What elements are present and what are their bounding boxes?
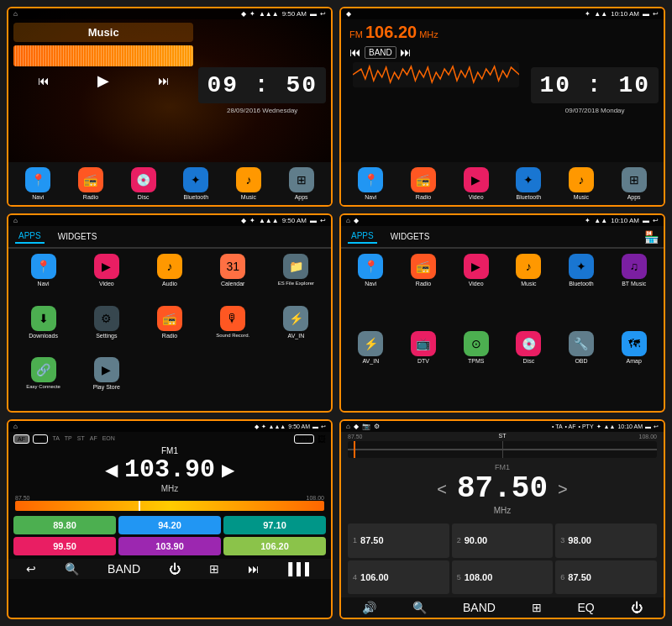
preset-6[interactable]: 106.20 [223,537,326,555]
preset-5[interactable]: 103.90 [118,537,221,555]
preset-cell-5[interactable]: 5 108.00 [452,560,554,594]
preset-cell-1[interactable]: 1 87.50 [348,523,449,557]
btn-grid-5[interactable]: ⊞ [209,562,219,576]
video-lbl-4: Video [469,281,484,287]
tab-widgets-3[interactable]: WIDGETS [55,230,101,243]
tag-ta[interactable]: TA [33,434,48,444]
fm-band-ctrl[interactable]: ⏮ BAND ⏭ [346,45,526,59]
app-tpms-4[interactable]: ⊙ TPMS [451,331,501,406]
app-icon-disc[interactable]: 💿 Disc [131,167,156,200]
play-button[interactable]: ▶ [97,71,109,90]
app-audio-3[interactable]: ♪ Audio [139,254,199,302]
app-navi-2[interactable]: 📍 Navi [358,167,383,200]
app-radio-4[interactable]: 📻 Radio [399,254,449,329]
app-bt-4[interactable]: ✦ Bluetooth [557,254,606,329]
next-button[interactable]: ⏭ [158,74,170,87]
preset-cell-4[interactable]: 4 106.00 [348,560,449,594]
prev-button[interactable]: ⏮ [38,74,50,87]
app-video-3[interactable]: ▶ Video [76,254,136,302]
btn-eq-5[interactable]: ▌▌▌ [288,562,313,576]
arrow-left-5[interactable]: ◀ [105,460,118,480]
power-icon-6: ⏻ [631,601,643,614]
app-radio-2[interactable]: 📻 Radio [411,167,436,200]
app-settings-3[interactable]: ⚙ Settings [76,306,136,355]
app-icon-bluetooth[interactable]: ✦ Bluetooth [183,167,208,200]
app-navi-4[interactable]: 📍 Navi [346,254,396,329]
btn-eq-6[interactable]: EQ [577,601,594,614]
fm-waveform [353,62,519,87]
app-video-4[interactable]: ▶ Video [451,254,501,329]
bt-4: ✦ [585,217,591,224]
btn-grid-6[interactable]: ⊞ [532,601,542,614]
bat-3: ▬ [310,217,317,224]
preset-3[interactable]: 97.10 [223,516,326,534]
app-icon-apps[interactable]: ⊞ Apps [289,167,314,200]
app-record-3[interactable]: 🎙 Sound Record. [203,306,263,355]
app-apps-2[interactable]: ⊞ Apps [622,167,647,200]
back-2[interactable]: ↩ [653,10,659,18]
app-amap-4[interactable]: 🗺 Amap [609,331,659,406]
app-avin-3[interactable]: ⚡ AV_IN [266,306,326,355]
audio-lbl-3: Audio [162,281,177,287]
dl-lbl-3: Downloads [29,333,58,339]
app-video-2[interactable]: ▶ Video [464,167,489,200]
arrow-right-6[interactable]: > [558,480,568,499]
preset-cell-3[interactable]: 3 98.00 [555,523,657,557]
preset-cell-6[interactable]: 6 87.50 [555,560,657,594]
store-icon[interactable]: 🏪 [644,230,659,244]
btn-search-6[interactable]: 🔍 [412,601,427,614]
tab-widgets-4[interactable]: WIDGETS [387,230,433,243]
btn-vol-6[interactable]: 🔊 [362,601,376,614]
next-btn-2[interactable]: ⏭ [400,45,412,59]
tab-apps-3[interactable]: APPS [15,229,45,244]
btn-band-5[interactable]: BAND [108,562,140,576]
back-3[interactable]: ↩ [320,217,326,224]
back-6[interactable]: ↩ [654,423,659,430]
prev-btn-2[interactable]: ⏮ [349,45,361,59]
app-navi-3[interactable]: 📍 Navi [13,254,73,302]
app-connect-3[interactable]: 🔗 Easy Connecte [13,357,73,406]
app-files-3[interactable]: 📁 ES File Explorer [266,254,326,302]
preset-1[interactable]: 89.80 [13,516,116,534]
app-dl-3[interactable]: ⬇ Downloads [13,306,73,355]
app-obd-4[interactable]: 🔧 OBD [557,331,606,406]
app-music-2[interactable]: ♪ Music [569,167,594,200]
btn-skip-5[interactable]: ⏭ [248,562,260,576]
app-music-4[interactable]: ♪ Music [504,254,554,329]
app-icon-music[interactable]: ♪ Music [236,167,261,200]
app-bt-2[interactable]: ✦ Bluetooth [516,167,541,200]
time-5: 9:50 AM [288,423,310,429]
btn-search-5[interactable]: 🔍 [65,562,79,576]
app-dtv-4[interactable]: 📺 DTV [399,331,449,406]
fm-right-main-6[interactable]: < FM1 87.50 MHz > [341,458,664,520]
app-avin-4[interactable]: ⚡ AV_IN [346,331,396,406]
app-icon-navi[interactable]: 📍 Navi [25,167,50,200]
app-radio-3[interactable]: 📻 Radio [139,306,199,355]
preset-2[interactable]: 94.20 [118,516,221,534]
arrow-right-5[interactable]: ▶ [222,460,234,480]
back-4[interactable]: ↩ [653,217,659,224]
app-btmusic-4[interactable]: ♫ BT Music [609,254,659,329]
arrow-left-6[interactable]: < [437,480,447,499]
app-icon-radio[interactable]: 📻 Radio [78,167,103,200]
btn-power-6[interactable]: ⏻ [631,601,643,614]
preset-4[interactable]: 99.50 [13,537,116,555]
btn-band-6[interactable]: BAND [463,601,496,614]
status-left-6: ⌂ ◆ 📷 ⚙ [346,423,380,430]
music-controls[interactable]: ⏮ ▶ ⏭ [13,70,193,92]
app-playstore-3[interactable]: ▶ Play Store [76,357,136,406]
btn-power-5[interactable]: ⏻ [169,562,181,576]
ps-3: ▶ [94,357,119,382]
tab-apps-4[interactable]: APPS [348,229,377,244]
app-disc-4[interactable]: 💿 Disc [504,331,554,406]
back-5[interactable]: ↩ [321,423,326,430]
back-icon[interactable]: ↩ [320,10,326,18]
amap-4: 🗺 [622,331,647,356]
tag-pty[interactable]: PTY [294,434,314,444]
preset-cell-2[interactable]: 2 90.00 [452,523,554,557]
tag-af[interactable]: AF [13,434,29,444]
app-cal-3[interactable]: 31 Calendar [203,254,263,302]
btn-back-5[interactable]: ↩ [26,562,36,576]
fm-main-freq-5[interactable]: ◀ FM1 103.90 MHz ▶ [8,446,331,493]
band-button[interactable]: BAND [365,46,396,59]
